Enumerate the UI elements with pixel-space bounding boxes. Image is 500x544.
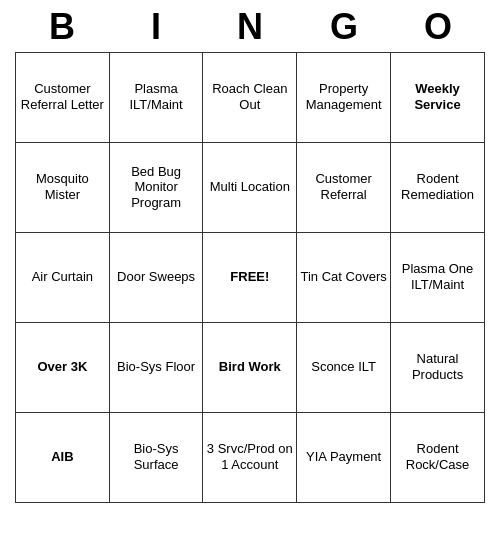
grid-row-3: Over 3KBio-Sys FloorBird WorkSconce ILTN… — [16, 322, 485, 412]
cell-3-2: Bird Work — [203, 322, 297, 412]
cell-1-3: Customer Referral — [297, 142, 391, 232]
cell-4-0: AIB — [16, 412, 110, 502]
grid-row-2: Air CurtainDoor SweepsFREE!Tin Cat Cover… — [16, 232, 485, 322]
cell-4-1: Bio-Sys Surface — [109, 412, 203, 502]
cell-1-4: Rodent Remediation — [391, 142, 485, 232]
cell-2-4: Plasma One ILT/Maint — [391, 232, 485, 322]
cell-0-0: Customer Referral Letter — [16, 52, 110, 142]
cell-1-2: Multi Location — [203, 142, 297, 232]
cell-0-3: Property Management — [297, 52, 391, 142]
bingo-letter-o: O — [395, 6, 481, 48]
bingo-letter-n: N — [207, 6, 293, 48]
bingo-letter-g: G — [301, 6, 387, 48]
cell-1-1: Bed Bug Monitor Program — [109, 142, 203, 232]
grid-row-1: Mosquito MisterBed Bug Monitor ProgramMu… — [16, 142, 485, 232]
cell-4-3: YIA Payment — [297, 412, 391, 502]
cell-2-1: Door Sweeps — [109, 232, 203, 322]
bingo-title: BINGO — [15, 0, 485, 52]
cell-1-0: Mosquito Mister — [16, 142, 110, 232]
bingo-grid: Customer Referral LetterPlasma ILT/Maint… — [15, 52, 485, 503]
bingo-letter-i: I — [113, 6, 199, 48]
bingo-letter-b: B — [19, 6, 105, 48]
cell-0-2: Roach Clean Out — [203, 52, 297, 142]
cell-0-1: Plasma ILT/Maint — [109, 52, 203, 142]
grid-row-0: Customer Referral LetterPlasma ILT/Maint… — [16, 52, 485, 142]
cell-3-4: Natural Products — [391, 322, 485, 412]
grid-row-4: AIBBio-Sys Surface3 Srvc/Prod on 1 Accou… — [16, 412, 485, 502]
cell-0-4: Weekly Service — [391, 52, 485, 142]
cell-3-3: Sconce ILT — [297, 322, 391, 412]
cell-4-4: Rodent Rock/Case — [391, 412, 485, 502]
cell-2-3: Tin Cat Covers — [297, 232, 391, 322]
cell-3-0: Over 3K — [16, 322, 110, 412]
cell-2-0: Air Curtain — [16, 232, 110, 322]
cell-3-1: Bio-Sys Floor — [109, 322, 203, 412]
cell-4-2: 3 Srvc/Prod on 1 Account — [203, 412, 297, 502]
cell-2-2: FREE! — [203, 232, 297, 322]
